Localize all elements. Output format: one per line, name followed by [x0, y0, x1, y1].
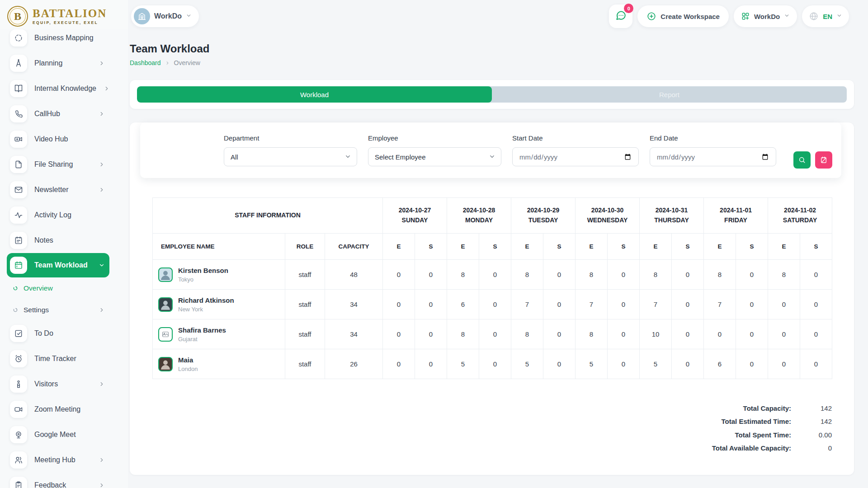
estimated-cell: 7 [640, 290, 672, 319]
estimated-cell: 8 [511, 319, 543, 349]
chevron-right-icon [99, 111, 105, 117]
spent-cell: 0 [479, 319, 511, 349]
sidebar-item-activity-log[interactable]: Activity Log [7, 202, 109, 228]
sidebar-item-meeting-hub[interactable]: Meeting Hub [7, 447, 109, 473]
estimated-header: E [511, 234, 543, 260]
employee-name: Maia [178, 356, 198, 364]
sidebar-item-file-sharing[interactable]: File Sharing [7, 152, 109, 177]
role-cell: staff [285, 349, 325, 379]
top-header: WorkDo 0 Create Workspace WorkDo EN [128, 0, 868, 33]
sidebar-item-business-mapping[interactable]: Business Mapping [7, 25, 109, 51]
role-header: ROLE [285, 234, 325, 260]
chevron-right-icon [99, 457, 105, 463]
brand-logo[interactable]: B BATTALION EQUIP, EXECUTE, EXEL [0, 0, 128, 29]
chevron-down-icon [99, 262, 105, 268]
person-photo [159, 268, 172, 282]
end-date-label: End Date [650, 134, 776, 142]
tab-report[interactable]: Report [492, 86, 847, 103]
video-camera-icon [14, 135, 23, 144]
table-row: MaiaLondonstaff2600505050506000 [153, 349, 832, 379]
department-select[interactable]: All [224, 147, 357, 166]
check-square-icon [14, 329, 23, 338]
table-row: Kirsten BensonTokyostaff4800808080808080 [153, 260, 832, 290]
language-selector[interactable]: EN [802, 5, 849, 27]
messages-button[interactable]: 0 [609, 5, 632, 28]
spent-cell: 0 [672, 319, 704, 349]
spent-header: S [672, 234, 704, 260]
sidebar-item-callhub[interactable]: CallHub [7, 101, 109, 127]
plus-circle-icon [646, 11, 656, 21]
role-cell: staff [285, 290, 325, 319]
chevron-down-icon [836, 13, 842, 19]
sidebar-item-newsletter[interactable]: Newsletter [7, 177, 109, 202]
employee-select[interactable]: Select Employee [368, 147, 501, 166]
sidebar-item-google-meet[interactable]: Google Meet [7, 422, 109, 447]
alarm-clock-icon [14, 354, 23, 363]
sidebar-item-video-hub[interactable]: Video Hub [7, 127, 109, 152]
circle-dot-icon [12, 285, 19, 291]
tab-workload[interactable]: Workload [137, 86, 492, 103]
icon-chip [10, 375, 27, 393]
icon-chip [10, 451, 27, 469]
sidebar-item-feedback[interactable]: Feedback [7, 473, 109, 488]
estimated-cell: 8 [447, 260, 479, 290]
sidebar-item-team-workload[interactable]: Team Workload [7, 253, 109, 277]
sidebar-item-to-do[interactable]: To Do [7, 321, 109, 346]
spent-header: S [800, 234, 832, 260]
sidebar-item-label: Video Hub [34, 135, 105, 143]
reset-button[interactable] [815, 151, 832, 169]
employee-location: Tokyo [178, 276, 228, 283]
estimated-header: E [576, 234, 608, 260]
sidebar-item-internal-knowledge[interactable]: Internal Knowledge [7, 76, 109, 101]
activity-icon [14, 211, 23, 220]
sidebar-item-zoom-meeting[interactable]: Zoom Meeting [7, 397, 109, 422]
start-date-input[interactable] [512, 147, 639, 166]
sidebar-subitem-settings[interactable]: Settings [7, 299, 109, 321]
search-icon [798, 156, 806, 164]
employee-avatar [158, 357, 173, 371]
workspace-avatar [134, 8, 150, 24]
sidebar-item-label: Feedback [34, 481, 91, 488]
sidebar-item-time-tracker[interactable]: Time Tracker [7, 346, 109, 371]
tab-bar: Workload Report [137, 86, 847, 103]
end-date-input[interactable] [650, 147, 776, 166]
workspace-selector[interactable]: WorkDo [131, 5, 199, 27]
employee-avatar [158, 327, 173, 342]
search-button[interactable] [793, 151, 811, 169]
spent-cell: 0 [736, 349, 768, 379]
workdo-menu-button[interactable]: WorkDo [734, 5, 797, 27]
spent-cell: 0 [736, 290, 768, 319]
main-area: WorkDo 0 Create Workspace WorkDo EN [128, 0, 868, 488]
estimated-cell: 6 [704, 349, 736, 379]
compass-icon [14, 59, 23, 68]
totals-summary: Total Capacity:142Total Estimated Time:1… [130, 404, 832, 453]
sidebar-item-label: Time Tracker [34, 355, 105, 363]
sidebar-item-label: Zoom Meeting [34, 405, 105, 413]
estimated-cell: 5 [511, 349, 543, 379]
sidebar-item-planning[interactable]: Planning [7, 51, 109, 76]
create-workspace-button[interactable]: Create Workspace [637, 5, 729, 27]
estimated-cell: 0 [768, 319, 800, 349]
spent-cell: 0 [543, 319, 576, 349]
estimated-cell: 8 [704, 260, 736, 290]
sidebar-subitem-label: Overview [24, 284, 105, 292]
total-row: Total Estimated Time:142 [710, 417, 832, 426]
spent-cell: 0 [415, 260, 447, 290]
sidebar-item-notes[interactable]: Notes [7, 228, 109, 253]
note-icon [14, 236, 23, 245]
department-field: Department All [224, 134, 357, 166]
total-value: 0.00 [791, 431, 832, 440]
webcam-icon [14, 430, 23, 439]
spent-cell: 0 [415, 349, 447, 379]
sidebar-item-label: Internal Knowledge [34, 84, 96, 93]
brand-emblem-icon: B [7, 6, 28, 27]
icon-chip [10, 426, 27, 443]
employee-location: New York [178, 306, 234, 313]
table-row: Shafira BarnesGujaratstaff34008080801000… [153, 319, 832, 349]
breadcrumb-dashboard-link[interactable]: Dashboard [130, 59, 161, 66]
sidebar-item-visitors[interactable]: Visitors [7, 371, 109, 397]
sidebar-subitem-overview[interactable]: Overview [7, 277, 109, 299]
spent-cell: 0 [608, 319, 640, 349]
employee-avatar [158, 267, 173, 282]
spent-header: S [608, 234, 640, 260]
